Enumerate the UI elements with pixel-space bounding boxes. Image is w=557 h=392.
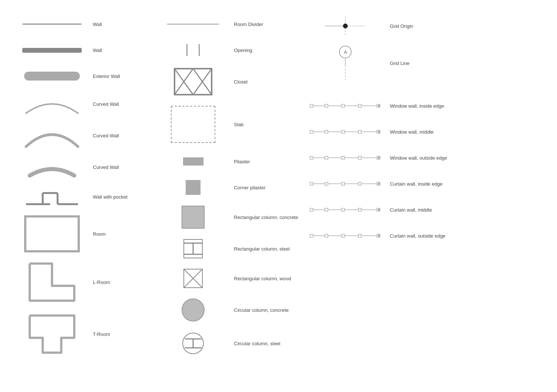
label-l-room: L-Room (89, 280, 110, 285)
svg-rect-36 (358, 104, 361, 107)
symbol-curved-wall-3 (15, 157, 89, 177)
symbol-circ-col-concrete (156, 298, 230, 321)
wall-thick-shape (22, 48, 82, 53)
label-t-room: T-Room (89, 331, 110, 337)
svg-rect-61 (310, 208, 313, 211)
label-grid-origin: Grid Origin (386, 23, 413, 29)
svg-rect-56 (342, 182, 345, 185)
symbol-grid: Wall Wall Exterior Wall (15, 11, 542, 360)
label-wall-pocket: Wall with pocket (89, 194, 127, 200)
label-curtain-wall-inside: Curtain wall, inside edge (386, 181, 443, 187)
symbol-row-curtain-wall-inside: Curtain wall, inside edge (304, 171, 460, 197)
symbol-row-exterior-wall: Exterior Wall (15, 63, 156, 89)
symbol-row-closet: Closet (156, 63, 304, 100)
closet-svg (173, 67, 214, 97)
symbol-grid-line: A (304, 45, 386, 82)
symbol-l-room (15, 260, 89, 304)
symbol-row-wall-pocket: Wall with pocket (15, 182, 156, 212)
symbol-row-window-wall-middle: Window wall, middle (304, 119, 460, 145)
label-grid-line: Grid Line (386, 61, 410, 66)
grid-line-svg: A (330, 45, 360, 82)
label-rect-col-wood: Rectangular column, wood (230, 276, 291, 281)
symbol-pilaster (156, 157, 230, 166)
svg-rect-42 (342, 130, 345, 133)
symbol-curtain-wall-middle (304, 206, 386, 213)
label-rect-col-steel: Rectangular column, steel (230, 246, 290, 252)
label-curved-wall-2: Curved Wall (89, 133, 119, 138)
label-slab: Slab (230, 122, 244, 127)
label-rect-col-concrete: Rectangular column, concrete (230, 215, 298, 220)
symbol-wall-thick (15, 48, 89, 53)
curved-wall-2-svg (22, 122, 82, 148)
label-curved-wall-3: Curved Wall (89, 164, 119, 170)
symbol-row-curtain-wall-middle: Curtain wall, middle (304, 197, 460, 223)
symbol-row-wall-thick: Wall (15, 37, 156, 63)
curtain-wall-middle-svg (308, 206, 382, 213)
corner-pilaster-shape (186, 180, 201, 195)
wall-pocket-svg (22, 186, 82, 208)
label-opening: Opening (230, 48, 252, 53)
label-closet: Closet (230, 79, 248, 85)
symbol-curved-wall-2 (15, 122, 89, 148)
wall-thin-shape (22, 23, 82, 25)
grid-origin-svg (323, 15, 368, 37)
window-wall-outside-svg (308, 154, 382, 161)
label-window-wall-outside: Window wall, outside edge (386, 155, 447, 161)
svg-rect-70 (342, 234, 345, 237)
symbol-row-curved-wall-1: Curved Wall (15, 89, 156, 119)
label-curved-wall-1: Curved Wall (89, 101, 119, 107)
symbol-wall-thin (15, 23, 89, 25)
symbol-row-corner-pilaster: Corner pilaster (156, 174, 304, 200)
column-1: Wall Wall Exterior Wall (15, 11, 156, 360)
label-room: Room (89, 231, 106, 237)
svg-rect-62 (325, 208, 328, 211)
label-exterior-wall: Exterior Wall (89, 74, 120, 79)
symbol-row-wall-thin: Wall (15, 11, 156, 37)
symbol-row-rect-col-wood: Rectangular column, wood (156, 264, 304, 293)
curved-wall-1-svg (22, 93, 82, 115)
svg-rect-34 (325, 104, 328, 107)
symbol-row-rect-col-steel: Rectangular column, steel (156, 234, 304, 264)
symbol-window-wall-inside (304, 102, 386, 109)
svg-rect-50 (358, 156, 361, 159)
svg-rect-64 (358, 208, 361, 211)
opening-line-right (199, 44, 200, 56)
symbol-corner-pilaster (156, 180, 230, 195)
svg-rect-63 (342, 208, 345, 211)
svg-rect-69 (325, 234, 328, 237)
symbol-row-room-divider: Room Divider (156, 11, 304, 37)
symbol-row-room: Room (15, 212, 156, 256)
symbol-row-pilaster: Pilaster (156, 148, 304, 174)
symbol-row-circ-col-concrete: Circular column, concrete (156, 293, 304, 327)
symbol-row-circ-col-steel: Circular column, steel (156, 327, 304, 360)
svg-rect-41 (325, 130, 328, 133)
svg-point-27 (343, 24, 348, 28)
label-wall-thin: Wall (89, 22, 102, 27)
symbol-row-grid-origin: Grid Origin (304, 11, 460, 41)
label-window-wall-inside: Window wall, inside edge (386, 103, 444, 109)
svg-rect-48 (325, 156, 328, 159)
curved-wall-3-svg (22, 157, 82, 177)
curtain-wall-outside-svg (308, 232, 382, 239)
label-window-wall-middle: Window wall, middle (386, 129, 434, 135)
rect-col-concrete-shape (182, 206, 205, 229)
l-room-svg (22, 260, 82, 304)
symbol-room-divider (156, 24, 230, 24)
label-curtain-wall-outside: Curtain wall, outside edge (386, 233, 446, 239)
label-pilaster: Pilaster (230, 159, 250, 164)
pilaster-shape (183, 157, 203, 166)
opening-shape (186, 44, 200, 56)
svg-rect-49 (342, 156, 345, 159)
label-corner-pilaster: Corner pilaster (230, 185, 266, 190)
svg-rect-57 (358, 182, 361, 185)
exterior-wall-shape (24, 72, 80, 81)
label-circ-col-steel: Circular column, steel (230, 341, 280, 346)
symbol-rect-col-steel (156, 238, 230, 260)
label-curtain-wall-middle: Curtain wall, middle (386, 207, 432, 213)
symbol-row-l-room: L-Room (15, 256, 156, 308)
svg-rect-47 (310, 156, 313, 159)
room-divider-shape (167, 24, 219, 24)
svg-rect-6 (175, 69, 212, 95)
symbol-window-wall-outside (304, 154, 386, 161)
symbol-window-wall-middle (304, 128, 386, 135)
